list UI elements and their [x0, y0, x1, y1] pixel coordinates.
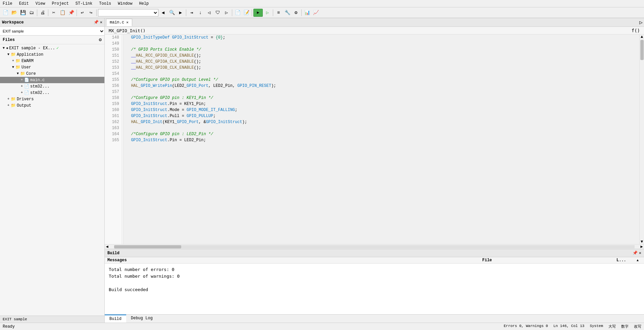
close-icon[interactable]: ✕ — [100, 20, 102, 25]
tree-core[interactable]: ▼ 📁 Core — [0, 70, 104, 77]
file-tree: ▼ ● EXIT sample - EX... ✓ ▼ 📁 Applicatio… — [0, 44, 104, 316]
horizontal-scrollbar[interactable]: ◀ ▶ — [105, 244, 644, 249]
chip-btn[interactable]: 🔧 — [283, 9, 291, 17]
scroll-left-btn[interactable]: ◀ — [105, 244, 109, 249]
toolbar: 📄 📂 💾 🗂 🖨 ✂ 📋 📌 ↩ ↪ ◀ 🔍 ▶ ⇥ ↓ ◁ 🛡 ▷ 📄 📝 … — [0, 7, 644, 18]
col-file: File — [482, 258, 616, 263]
scroll-up-btn[interactable]: ▲ — [640, 35, 644, 39]
function-icon[interactable]: f() — [632, 28, 640, 33]
nav-prev-btn[interactable]: ◀ — [159, 9, 167, 17]
tree-root[interactable]: ▼ ● EXIT sample - EX... ✓ — [0, 45, 104, 51]
menu-project[interactable]: Project — [50, 1, 70, 7]
tree-stm32-1[interactable]: + 📄 stm32... — [0, 83, 104, 90]
tree-output[interactable]: + 📁 Output — [0, 102, 104, 109]
scroll-track — [640, 61, 644, 239]
nav-back-btn[interactable]: ◁ — [205, 9, 213, 17]
function-header: MX_GPIO_Init() f() — [105, 27, 644, 35]
menu-tools[interactable]: Tools — [98, 1, 112, 7]
tab-scroll-right[interactable]: ▷ — [639, 19, 643, 26]
status-ime3: 改写 — [634, 324, 641, 329]
tree-application[interactable]: ▼ 📁 Application — [0, 51, 104, 58]
run2-btn[interactable]: ▷ — [263, 9, 271, 17]
tree-drivers[interactable]: + 📁 Drivers — [0, 96, 104, 102]
tab-build[interactable]: Build — [105, 315, 126, 323]
h-scroll-track — [114, 245, 635, 249]
file-icon: 📄 — [24, 77, 29, 82]
build-tabs: Build Debug Log — [105, 314, 644, 323]
stm2-label: stm32... — [30, 91, 50, 95]
tree-ewarm[interactable]: + 📁 EWARM — [0, 58, 104, 64]
tree-user[interactable]: ▼ 📁 User — [0, 64, 104, 70]
save-btn[interactable]: 💾 — [19, 9, 27, 17]
build-columns: Messages File L... ▲ — [105, 257, 644, 264]
status-bar: Ready Errors 0, Warnings 0 Ln 146, Col 1… — [0, 323, 644, 330]
build-pin-icon[interactable]: 📌 — [633, 251, 638, 256]
tab-debug-log[interactable]: Debug Log — [126, 315, 157, 323]
stm1-label: stm32... — [30, 84, 50, 89]
ewarm-label: EWARM — [21, 59, 34, 63]
doc2-btn[interactable]: 📝 — [242, 9, 250, 17]
output-label: Output — [17, 103, 31, 108]
menu-window[interactable]: Window — [116, 1, 134, 7]
menu-view[interactable]: View — [34, 1, 47, 7]
app-toggle: ▼ — [6, 53, 11, 56]
folder-icon: 📁 — [11, 52, 16, 57]
search-btn[interactable]: 🔍 — [168, 9, 176, 17]
tab-mainc[interactable]: main.c ✕ — [106, 19, 132, 26]
nav-fwd-btn[interactable]: ▷ — [222, 9, 231, 17]
menu-edit[interactable]: Edit — [18, 1, 30, 7]
menu-help[interactable]: Help — [138, 1, 150, 7]
build-scroll-up[interactable]: ▲ — [637, 259, 639, 262]
stm1-toggle: + — [19, 85, 24, 88]
pin-icon[interactable]: 📌 — [94, 20, 99, 25]
print-btn[interactable]: 🖨 — [39, 9, 47, 17]
status-ime1: 大写 — [608, 324, 616, 329]
scroll-right-btn[interactable]: ▶ — [639, 244, 644, 249]
gear-icon[interactable]: ⚙ — [99, 37, 102, 43]
cut-btn[interactable]: ✂ — [50, 9, 58, 17]
copy-btn[interactable]: 📋 — [58, 9, 66, 17]
menu-stlink[interactable]: ST-Link — [74, 1, 94, 7]
workspace-title: Workspace — [2, 20, 24, 25]
new-btn[interactable]: 📄 — [1, 9, 9, 17]
user-toggle: ▼ — [11, 65, 15, 69]
folder-icon: 📁 — [20, 71, 25, 76]
stm2-toggle: + — [19, 91, 24, 95]
shield-btn[interactable]: 🛡 — [214, 9, 222, 17]
tab-close-icon[interactable]: ✕ — [126, 20, 129, 24]
chip2-btn[interactable]: ⚙ — [292, 9, 300, 17]
sep4 — [96, 9, 97, 16]
save-all-btn[interactable]: 🗂 — [28, 9, 36, 17]
step-over-btn[interactable]: ⇥ — [188, 9, 196, 17]
doc-btn[interactable]: 📄 — [234, 9, 242, 17]
h-scroll-thumb[interactable] — [114, 245, 181, 249]
workspace-dropdown[interactable]: EXIT sample — [0, 27, 104, 36]
paste-btn[interactable]: 📌 — [67, 9, 75, 17]
list-btn[interactable]: ≡ — [275, 9, 283, 17]
bottom-panel: Build 📌 ✕ Messages File L... ▲ Total num… — [105, 249, 644, 323]
scroll-thumb[interactable] — [640, 40, 644, 60]
redo-btn[interactable]: ↪ — [87, 9, 95, 17]
vertical-scrollbar[interactable]: ▲ ▼ — [639, 35, 644, 244]
scroll-down-btn[interactable]: ▼ — [640, 239, 644, 244]
undo-btn[interactable]: ↩ — [78, 9, 86, 17]
nav-next-btn[interactable]: ▶ — [177, 9, 185, 17]
status-position: Ln 146, Col 13 — [553, 324, 584, 329]
code-content[interactable]: GPIO_InitTypeDef GPIO_InitStruct = {0}; … — [123, 35, 639, 244]
mainc-label: main.c — [30, 78, 45, 82]
col-messages: Messages — [107, 258, 482, 263]
extra-btn[interactable]: 📊 — [303, 9, 311, 17]
files-header: Files ⚙ — [0, 36, 104, 44]
extra2-btn[interactable]: 📈 — [312, 9, 320, 17]
step-into-btn[interactable]: ↓ — [196, 9, 204, 17]
open-btn[interactable]: 📂 — [10, 9, 18, 17]
target-dropdown[interactable] — [98, 9, 158, 16]
menu-file[interactable]: File — [1, 1, 14, 7]
run-btn[interactable]: ▶ — [253, 9, 263, 17]
line-numbers: 1481491501511521531541551561571581591601… — [105, 35, 122, 244]
tree-mainc[interactable]: + 📄 main.c — [0, 77, 104, 83]
build-close-icon[interactable]: ✕ — [639, 251, 641, 256]
sep1 — [37, 9, 37, 16]
files-title: Files — [3, 38, 15, 42]
tree-stm32-2[interactable]: + 📄 stm32... — [0, 90, 104, 96]
